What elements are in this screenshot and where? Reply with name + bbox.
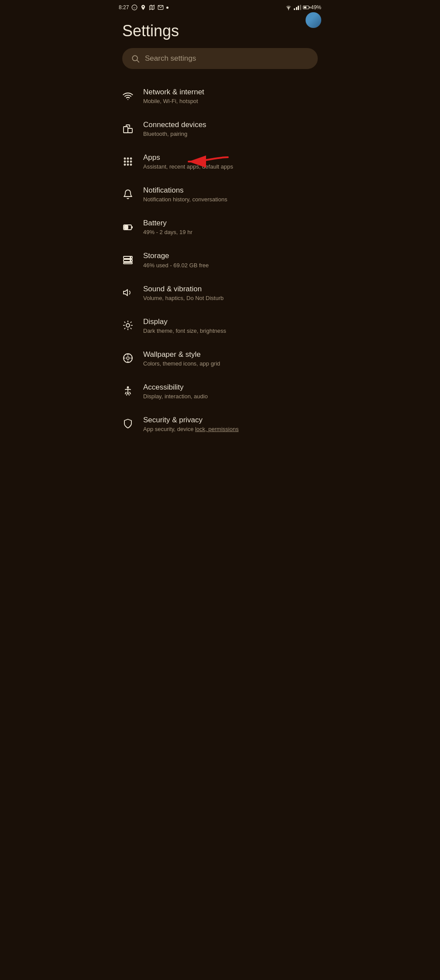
svg-point-10: [131, 158, 132, 159]
settings-list: Network & internet Mobile, Wi-Fi, hotspo…: [110, 76, 330, 444]
settings-item-accessibility[interactable]: Accessibility Display, interaction, audi…: [110, 375, 330, 407]
battery-percentage: 49%: [311, 4, 321, 10]
svg-point-16: [131, 164, 132, 165]
connected-devices-icon: [122, 123, 134, 135]
search-bar[interactable]: Search settings: [122, 48, 318, 69]
page-title: Settings: [122, 22, 318, 40]
svg-point-12: [127, 161, 129, 162]
settings-item-wallpaper[interactable]: Wallpaper & style Colors, themed icons, …: [110, 342, 330, 375]
svg-point-3: [288, 9, 289, 10]
display-title: Display: [143, 317, 318, 327]
header-section: Settings Search settings: [110, 13, 330, 76]
network-text: Network & internet Mobile, Wi-Fi, hotspo…: [143, 87, 318, 104]
notifications-text: Notifications Notification history, conv…: [143, 186, 318, 203]
svg-point-15: [127, 164, 129, 165]
wallpaper-title: Wallpaper & style: [143, 350, 318, 359]
svg-point-23: [130, 257, 131, 258]
connected-title: Connected devices: [143, 120, 318, 130]
svg-rect-7: [128, 128, 132, 133]
battery-status-icon: [303, 6, 309, 9]
svg-line-5: [137, 60, 139, 62]
display-subtitle: Dark theme, font size, brightness: [143, 328, 318, 334]
display-text: Display Dark theme, font size, brightnes…: [143, 317, 318, 334]
svg-point-24: [130, 260, 131, 261]
battery-title: Battery: [143, 218, 318, 228]
sound-icon: [122, 287, 134, 298]
storage-subtitle: 46% used - 69.02 GB free: [143, 262, 318, 269]
svg-point-28: [127, 357, 129, 359]
svg-point-26: [126, 324, 130, 327]
network-title: Network & internet: [143, 87, 318, 97]
storage-text: Storage 46% used - 69.02 GB free: [143, 251, 318, 268]
svg-point-1: [143, 6, 144, 7]
settings-item-battery[interactable]: Battery 49% - 2 days, 19 hr: [110, 210, 330, 243]
status-right: 49%: [285, 4, 321, 10]
svg-point-9: [127, 158, 129, 159]
svg-point-8: [124, 158, 126, 159]
dot-indicator: [166, 7, 168, 9]
sound-subtitle: Volume, haptics, Do Not Disturb: [143, 295, 318, 301]
accessibility-title: Accessibility: [143, 383, 318, 392]
location-icon: [140, 4, 146, 10]
svg-point-13: [131, 161, 132, 162]
settings-item-apps[interactable]: Apps Assistant, recent apps, default app…: [110, 145, 330, 178]
security-title: Security & privacy: [143, 415, 318, 425]
wifi-icon: [122, 90, 134, 102]
svg-marker-25: [124, 290, 127, 296]
notifications-icon: [122, 189, 134, 200]
time-display: 8:27: [119, 4, 129, 10]
status-bar: 8:27 49%: [110, 0, 330, 13]
security-subtitle: App security, device lock, permissions: [143, 426, 318, 432]
svg-point-14: [124, 164, 126, 165]
apps-text: Apps Assistant, recent apps, default app…: [143, 153, 318, 170]
wallpaper-subtitle: Colors, themed icons, app grid: [143, 360, 318, 367]
settings-item-display[interactable]: Display Dark theme, font size, brightnes…: [110, 309, 330, 342]
status-left: 8:27: [119, 4, 168, 10]
settings-item-notifications[interactable]: Notifications Notification history, conv…: [110, 178, 330, 210]
whatsapp-icon: [131, 4, 138, 10]
wallpaper-icon: [122, 352, 134, 364]
notifications-title: Notifications: [143, 186, 318, 195]
svg-point-0: [132, 5, 138, 10]
svg-rect-6: [124, 127, 128, 133]
sound-text: Sound & vibration Volume, haptics, Do No…: [143, 284, 318, 301]
signal-icon: [294, 5, 301, 10]
connected-text: Connected devices Bluetooth, pairing: [143, 120, 318, 137]
svg-point-11: [124, 161, 126, 162]
wifi-status-icon: [285, 5, 292, 10]
settings-item-connected[interactable]: Connected devices Bluetooth, pairing: [110, 112, 330, 145]
apps-icon: [122, 156, 134, 167]
search-icon: [131, 54, 140, 63]
apps-subtitle: Assistant, recent apps, default apps: [143, 163, 318, 170]
gmail-icon: [158, 4, 164, 10]
wallpaper-text: Wallpaper & style Colors, themed icons, …: [143, 350, 318, 367]
network-subtitle: Mobile, Wi-Fi, hotspot: [143, 98, 318, 104]
battery-icon: [122, 221, 134, 233]
sound-title: Sound & vibration: [143, 284, 318, 294]
settings-item-sound[interactable]: Sound & vibration Volume, haptics, Do No…: [110, 276, 330, 309]
display-icon: [122, 320, 134, 331]
search-placeholder: Search settings: [145, 54, 196, 63]
notifications-subtitle: Notification history, conversations: [143, 196, 318, 203]
apps-title: Apps: [143, 153, 318, 162]
storage-icon: [122, 254, 134, 266]
profile-picture[interactable]: [306, 12, 321, 28]
maps-icon: [149, 4, 155, 10]
svg-rect-19: [124, 226, 128, 229]
svg-point-29: [127, 387, 129, 388]
settings-item-network[interactable]: Network & internet Mobile, Wi-Fi, hotspo…: [110, 79, 330, 112]
accessibility-text: Accessibility Display, interaction, audi…: [143, 383, 318, 400]
settings-item-storage[interactable]: Storage 46% used - 69.02 GB free: [110, 243, 330, 276]
battery-subtitle: 49% - 2 days, 19 hr: [143, 229, 318, 235]
settings-item-security[interactable]: Security & privacy App security, device …: [110, 407, 330, 440]
accessibility-icon: [122, 385, 134, 397]
security-icon: [122, 418, 134, 429]
accessibility-subtitle: Display, interaction, audio: [143, 393, 318, 400]
connected-subtitle: Bluetooth, pairing: [143, 131, 318, 137]
storage-title: Storage: [143, 251, 318, 261]
battery-text: Battery 49% - 2 days, 19 hr: [143, 218, 318, 235]
svg-rect-22: [124, 262, 132, 264]
security-text: Security & privacy App security, device …: [143, 415, 318, 432]
